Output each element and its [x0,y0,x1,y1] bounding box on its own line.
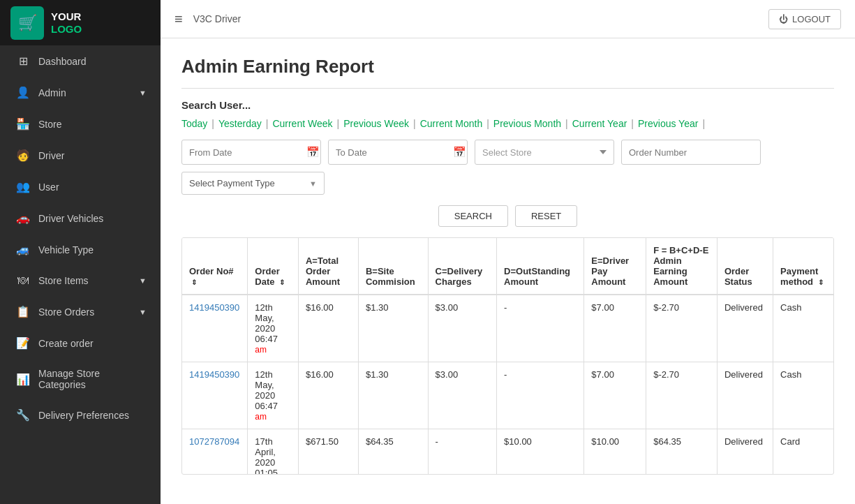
filter-previous-year[interactable]: Previous Year [638,118,698,129]
from-date-calendar-icon[interactable]: 📅 [306,146,320,158]
main-area: ≡ V3C Driver ⏻ LOGOUT Admin Earning Repo… [161,0,855,504]
col-outstanding: D=OutStanding Amount [497,238,584,295]
order-no-link[interactable]: 1419450390 [189,369,239,380]
delivery-prefs-icon: 🔧 [16,408,30,422]
search-user-label: Search User... [181,99,834,111]
payment-type-select[interactable]: Select Payment Type Cash Card [189,178,309,188]
search-button[interactable]: SEARCH [438,205,508,227]
store-orders-arrow-icon: ▼ [139,308,147,316]
logo-icon [10,6,44,40]
logo-line1: YOUR [51,10,81,22]
sidebar-item-manage-store-categories[interactable]: 📊 Manage Store Categories [0,359,161,399]
col-total-order: A=Total Order Amount [298,238,358,295]
filter-current-year[interactable]: Current Year [572,118,627,129]
cell-order-no: 1072787094 [182,429,248,475]
logout-power-icon: ⏻ [779,14,788,24]
reset-button[interactable]: RESET [515,205,577,227]
col-order-status: Order Status [717,238,773,295]
logout-label: LOGOUT [792,14,831,24]
order-number-input[interactable] [621,140,761,165]
order-no-link[interactable]: 1072787094 [189,436,239,447]
payment-select-arrow-icon: ▼ [309,179,317,188]
order-date-text: 17th April, 2020 01:05 [255,436,278,475]
cell-outstanding: $10.00 [497,429,584,475]
sidebar-item-dashboard[interactable]: ⊞ Dashboard [0,45,161,77]
sort-order-no-icon: ⇕ [191,279,197,286]
content-area: Admin Earning Report Search User... Toda… [161,38,855,504]
cell-admin-earning: $-2.70 [646,295,718,362]
cell-order-status: Delivered [717,362,773,429]
sidebar-item-driver-vehicles[interactable]: 🚗 Driver Vehicles [0,202,161,234]
logo-line2: LOGO [51,23,82,35]
sidebar-item-user[interactable]: 👥 User [0,171,161,202]
driver-icon: 🧑 [16,149,30,162]
sidebar-label-dashboard: Dashboard [38,56,147,67]
sidebar-label-store-orders: Store Orders [38,306,131,318]
action-buttons: SEARCH RESET [181,205,834,227]
sidebar-label-user: User [38,181,147,193]
logo: YOUR LOGO [0,0,161,45]
to-date-input[interactable] [336,147,453,158]
store-select[interactable]: Select Store [475,140,614,165]
to-date-wrap[interactable]: 📅 [328,140,468,165]
sidebar-item-store[interactable]: 🏪 Store [0,108,161,140]
page-title: Admin Earning Report [181,56,834,77]
payment-type-wrap[interactable]: Select Payment Type Cash Card ▼ [181,172,325,195]
col-order-date[interactable]: Order Date ⇕ [248,238,299,295]
logo-text: YOUR LOGO [51,10,82,36]
topbar: ≡ V3C Driver ⏻ LOGOUT [161,0,855,38]
sidebar-item-store-items[interactable]: 🍽 Store Items ▼ [0,265,161,296]
dashboard-icon: ⊞ [16,54,30,68]
filter-current-month[interactable]: Current Month [420,118,482,129]
driver-vehicles-icon: 🚗 [16,212,30,225]
filter-today[interactable]: Today [181,118,207,129]
sidebar-label-manage-categories: Manage Store Categories [38,368,147,390]
topbar-title: V3C Driver [193,13,241,24]
store-icon: 🏪 [16,117,30,131]
sidebar-label-admin: Admin [38,87,131,98]
to-date-calendar-icon[interactable]: 📅 [453,146,466,158]
menu-icon[interactable]: ≡ [174,11,183,27]
col-driver-pay: E=Driver Pay Amount [584,238,646,295]
sidebar-item-create-order[interactable]: 📝 Create order [0,327,161,359]
cell-order-no: 1419450390 [182,362,248,429]
sidebar: YOUR LOGO ⊞ Dashboard 👤 Admin ▼ 🏪 Store … [0,0,161,504]
cell-order-no: 1419450390 [182,295,248,362]
cell-driver-pay: $10.00 [584,429,646,475]
order-no-link[interactable]: 1419450390 [189,302,239,313]
col-order-no[interactable]: Order No# ⇕ [182,238,248,295]
filter-previous-month[interactable]: Previous Month [493,118,561,129]
sidebar-item-driver[interactable]: 🧑 Driver [0,140,161,171]
sidebar-item-admin[interactable]: 👤 Admin ▼ [0,77,161,108]
filter-yesterday[interactable]: Yesterday [218,118,262,129]
cell-order-date: 12th May, 2020 06:47 am [248,362,299,429]
filter-current-week[interactable]: Current Week [272,118,332,129]
cell-total-order: $671.50 [298,429,358,475]
table-row: 1419450390 12th May, 2020 06:47 am $16.0… [182,362,833,429]
date-filter-bar: Today | Yesterday | Current Week | Previ… [181,118,834,129]
cell-delivery-charges: $3.00 [428,362,496,429]
cell-admin-earning: $64.35 [646,429,718,475]
cell-site-commission: $64.35 [358,429,428,475]
manage-categories-icon: 📊 [16,373,30,386]
col-payment-method[interactable]: Payment method ⇕ [773,238,833,295]
sidebar-item-store-orders[interactable]: 📋 Store Orders ▼ [0,296,161,327]
sidebar-label-store-items: Store Items [38,275,131,286]
cell-outstanding: - [497,295,584,362]
results-table-wrap: Order No# ⇕ Order Date ⇕ A=Total Order A… [181,237,834,475]
sidebar-label-driver: Driver [38,150,147,161]
cell-outstanding: - [497,362,584,429]
create-order-icon: 📝 [16,336,30,350]
store-items-arrow-icon: ▼ [139,276,147,285]
logout-button[interactable]: ⏻ LOGOUT [768,9,841,29]
results-table: Order No# ⇕ Order Date ⇕ A=Total Order A… [182,238,833,475]
sidebar-item-delivery-preferences[interactable]: 🔧 Delivery Preferences [0,399,161,431]
cell-order-status: Delivered [717,295,773,362]
from-date-input[interactable] [189,147,306,158]
table-row: 1072787094 17th April, 2020 01:05 $671.5… [182,429,833,475]
order-date-text: 12th May, 2020 06:47 [255,302,278,344]
filter-previous-week[interactable]: Previous Week [343,118,409,129]
cell-payment-method: Cash [773,295,833,362]
sidebar-item-vehicle-type[interactable]: 🚙 Vehicle Type [0,234,161,265]
from-date-wrap[interactable]: 📅 [181,140,321,165]
